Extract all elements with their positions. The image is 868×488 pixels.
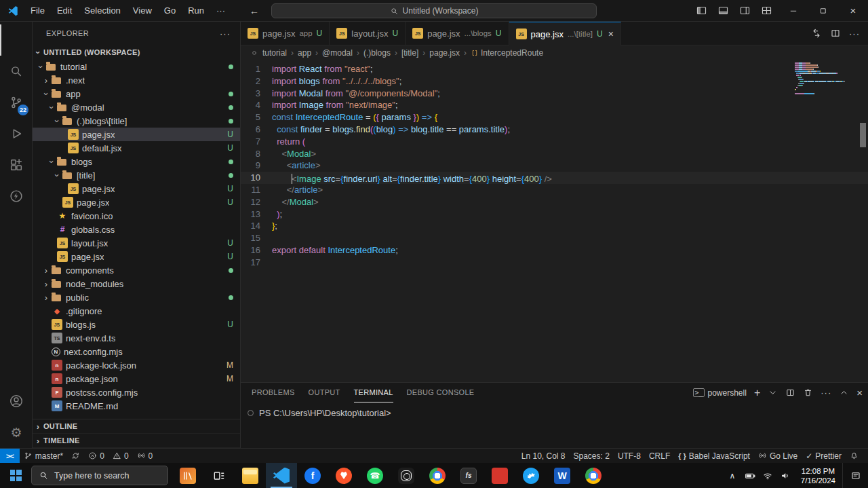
taskbar-vscode[interactable] bbox=[266, 463, 297, 488]
code-line[interactable]: 10 <Image src={finder.url} alt={finder.t… bbox=[241, 172, 868, 184]
status-go-live[interactable]: Go Live bbox=[754, 449, 802, 463]
panel-tab-problems[interactable]: PROBLEMS bbox=[252, 383, 295, 402]
minimize-button[interactable] bbox=[778, 0, 808, 21]
activity-source-control-icon[interactable]: 22 bbox=[0, 87, 31, 118]
wifi-icon[interactable] bbox=[759, 463, 776, 488]
taskbar-library[interactable] bbox=[172, 463, 203, 488]
section-outline[interactable]: ›OUTLINE bbox=[33, 419, 240, 434]
taskbar-browser[interactable] bbox=[578, 463, 609, 488]
customize-layout-icon[interactable] bbox=[757, 2, 776, 20]
tree-item-page-jsx[interactable]: JSpage.jsxU bbox=[33, 250, 240, 263]
toggle-panel-icon[interactable] bbox=[713, 2, 732, 20]
code-line[interactable]: 12 </Modal> bbox=[241, 196, 868, 208]
status-eol[interactable]: CRLF bbox=[645, 449, 674, 463]
views-more-icon[interactable]: ··· bbox=[220, 29, 231, 39]
hidden-icons-chevron[interactable]: ∧ bbox=[724, 463, 741, 488]
tree-item-next-config-mjs[interactable]: Nnext.config.mjs bbox=[33, 345, 240, 358]
breadcrumb-modal[interactable]: @modal bbox=[322, 48, 353, 58]
tree-item-default-jsx[interactable]: JSdefault.jsxU bbox=[33, 141, 240, 155]
status-errors[interactable]: 0 bbox=[84, 449, 108, 463]
taskbar-fresco[interactable]: fs bbox=[453, 463, 484, 488]
tree-item-next[interactable]: ›.next bbox=[33, 73, 240, 87]
tree-item-layout-jsx[interactable]: JSlayout.jsxU bbox=[33, 236, 240, 250]
start-button[interactable] bbox=[0, 463, 31, 488]
status-language-mode[interactable]: { }Babel JavaScript bbox=[674, 449, 754, 463]
menu-more[interactable]: ··· bbox=[210, 3, 231, 19]
tree-item-blogs-js[interactable]: JSblogs.jsU bbox=[33, 318, 240, 331]
breadcrumb-title[interactable]: [title] bbox=[401, 48, 418, 58]
tree-item-package-lock-json[interactable]: npackage-lock.jsonM bbox=[33, 358, 240, 372]
activity-search-icon[interactable] bbox=[0, 56, 31, 87]
tree-item-favicon-ico[interactable]: ★favicon.ico bbox=[33, 209, 240, 223]
close-tab-icon[interactable]: × bbox=[608, 29, 614, 39]
scrollbar-thumb[interactable] bbox=[860, 123, 866, 147]
panel-tab-terminal[interactable]: TERMINAL bbox=[354, 383, 393, 402]
code-line[interactable]: 14}; bbox=[241, 220, 868, 232]
editor-scrollbar[interactable] bbox=[859, 60, 868, 382]
tree-item-gitignore[interactable]: ◆.gitignore bbox=[33, 304, 240, 318]
editor-tab-4[interactable]: JSpage.jsx...\[title]U× bbox=[509, 22, 621, 45]
open-changes-icon[interactable] bbox=[811, 28, 822, 39]
command-center[interactable]: Untitled (Workspace) bbox=[271, 3, 597, 18]
more-actions-icon[interactable]: ··· bbox=[849, 29, 860, 39]
status-git-branch[interactable]: master* bbox=[20, 449, 67, 463]
code-line[interactable]: 1import React from "react"; bbox=[241, 63, 868, 75]
status-notifications[interactable] bbox=[846, 449, 863, 463]
activity-settings-icon[interactable]: ⚙ bbox=[0, 417, 31, 448]
code-line[interactable]: 9 <article> bbox=[241, 159, 868, 172]
status-git-sync[interactable] bbox=[67, 449, 84, 463]
code-line[interactable]: 6 const finder = blogs.find((blog) => bl… bbox=[241, 124, 868, 136]
code-line[interactable]: 5const InterceptedRoute = ({ params }) =… bbox=[241, 111, 868, 124]
clock[interactable]: 12:08 PM 7/16/2024 bbox=[794, 466, 842, 485]
activity-accounts-icon[interactable] bbox=[0, 386, 31, 417]
activity-extensions-icon[interactable] bbox=[0, 149, 31, 181]
menu-selection[interactable]: Selection bbox=[78, 3, 126, 19]
status-encoding[interactable]: UTF-8 bbox=[614, 449, 645, 463]
status-warnings[interactable]: 0 bbox=[108, 449, 133, 463]
tree-item-components[interactable]: ›components bbox=[33, 263, 240, 277]
code-line[interactable]: 13 ); bbox=[241, 208, 868, 221]
status-cursor-position[interactable]: Ln 10, Col 8 bbox=[517, 449, 570, 463]
breadcrumb-interceptedroute[interactable]: InterceptedRoute bbox=[471, 48, 543, 58]
taskbar-chrome[interactable] bbox=[422, 463, 453, 488]
tree-item-globals-css[interactable]: #globals.css bbox=[33, 223, 240, 236]
menu-go[interactable]: Go bbox=[158, 3, 182, 19]
taskbar-whatsapp[interactable]: ☎ bbox=[359, 463, 391, 488]
kill-terminal-icon[interactable] bbox=[803, 388, 813, 398]
action-center-icon[interactable] bbox=[842, 463, 868, 488]
code-line[interactable]: 11 </article> bbox=[241, 184, 868, 196]
panel-tab-output[interactable]: OUTPUT bbox=[309, 383, 340, 402]
tree-item-package-json[interactable]: npackage.jsonM bbox=[33, 372, 240, 386]
editor-tab-2[interactable]: JSlayout.jsxU bbox=[330, 22, 406, 45]
breadcrumb-blogs[interactable]: (.)blogs bbox=[363, 48, 391, 58]
tree-item-app[interactable]: ›app bbox=[33, 87, 240, 100]
status-ports[interactable]: 0 bbox=[133, 449, 157, 463]
tree-item-page-jsx[interactable]: JSpage.jsxU bbox=[33, 128, 240, 141]
code-line[interactable]: 15 bbox=[241, 232, 868, 244]
panel-more-icon[interactable]: ··· bbox=[821, 388, 831, 398]
breadcrumb-tutorial[interactable]: tutorial bbox=[262, 48, 287, 58]
menu-run[interactable]: Run bbox=[182, 3, 210, 19]
editor-tab-1[interactable]: JSpage.jsxappU bbox=[241, 22, 330, 45]
breadcrumb-page-jsx[interactable]: page.jsx bbox=[429, 48, 460, 58]
new-terminal-icon[interactable]: + bbox=[754, 387, 760, 399]
tree-item-postcss-config-mjs[interactable]: Ppostcss.config.mjs bbox=[33, 386, 240, 399]
tree-item-tutorial[interactable]: ›tutorial bbox=[33, 60, 240, 73]
split-terminal-icon[interactable] bbox=[785, 388, 795, 398]
toggle-secondary-sidebar-icon[interactable] bbox=[735, 2, 754, 20]
tree-item-blogs[interactable]: ›blogs bbox=[33, 155, 240, 168]
taskbar-adobe[interactable] bbox=[484, 463, 515, 488]
breadcrumb-app[interactable]: app bbox=[298, 48, 311, 58]
taskbar-facebook[interactable]: f bbox=[297, 463, 328, 488]
panel-tab-debug-console[interactable]: DEBUG CONSOLE bbox=[407, 383, 475, 402]
activity-explorer-icon[interactable] bbox=[0, 24, 31, 56]
close-panel-icon[interactable]: × bbox=[856, 387, 863, 398]
taskbar-twitter[interactable] bbox=[515, 463, 547, 488]
section-timeline[interactable]: ›TIMELINE bbox=[33, 434, 240, 448]
terminal-shell-selector[interactable]: >_ powershell bbox=[693, 388, 746, 398]
code-editor[interactable]: 1import React from "react";2import blogs… bbox=[241, 60, 868, 382]
tree-item-title[interactable]: ›[title] bbox=[33, 168, 240, 182]
menu-edit[interactable]: Edit bbox=[51, 3, 78, 19]
terminal-content[interactable]: PS C:\Users\HP\Desktop\tutorial> bbox=[241, 402, 868, 418]
tree-item-readme-md[interactable]: MREADME.md bbox=[33, 399, 240, 413]
